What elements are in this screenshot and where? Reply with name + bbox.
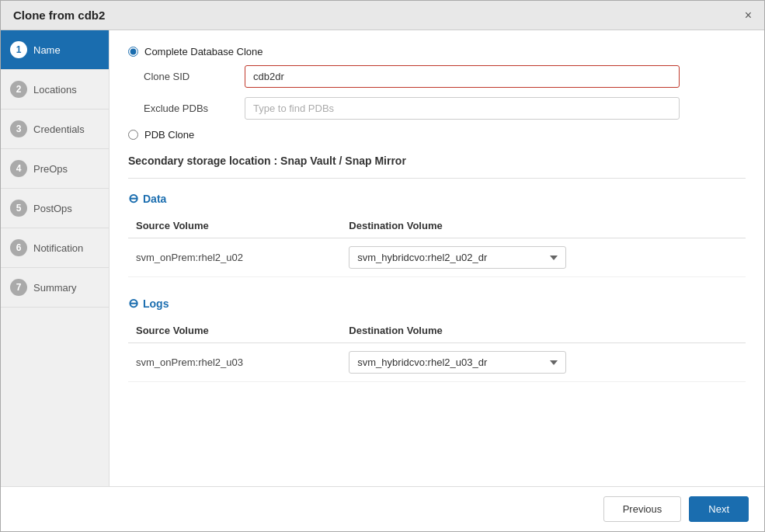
sidebar-label-name: Name xyxy=(33,44,61,56)
dialog-footer: Previous Next xyxy=(1,486,764,531)
step-num-4: 4 xyxy=(10,160,27,177)
clone-type-group: Complete Database Clone Clone SID Exclud… xyxy=(128,46,746,141)
exclude-pdbs-label: Exclude PDBs xyxy=(144,103,245,114)
data-table: Source Volume Destination Volume svm_onP… xyxy=(128,214,746,277)
step-num-7: 7 xyxy=(10,279,27,296)
sidebar-item-summary[interactable]: 7 Summary xyxy=(1,268,109,308)
data-destination-select[interactable]: svm_hybridcvo:rhel2_u02_dr xyxy=(349,246,566,269)
sidebar: 1 Name 2 Locations 3 Credentials 4 PreOp… xyxy=(1,30,110,486)
sidebar-item-preops[interactable]: 4 PreOps xyxy=(1,149,109,189)
logs-table: Source Volume Destination Volume svm_onP… xyxy=(128,318,746,382)
logs-section-label: Logs xyxy=(143,297,169,310)
section-divider xyxy=(128,178,746,179)
sidebar-item-credentials[interactable]: 3 Credentials xyxy=(1,110,109,149)
sidebar-item-notification[interactable]: 6 Notification xyxy=(1,228,109,268)
complete-clone-option[interactable]: Complete Database Clone xyxy=(128,46,746,57)
sidebar-label-locations: Locations xyxy=(33,84,77,96)
pdb-clone-option[interactable]: PDB Clone xyxy=(128,129,746,141)
data-destination-cell: svm_hybridcvo:rhel2_u02_dr xyxy=(341,238,746,277)
clone-sid-input[interactable] xyxy=(245,65,680,88)
step-num-5: 5 xyxy=(10,200,27,217)
sidebar-item-name[interactable]: 1 Name xyxy=(1,30,109,70)
sidebar-label-summary: Summary xyxy=(33,282,77,294)
logs-source-value: svm_onPrem:rhel2_u03 xyxy=(128,343,341,382)
sidebar-item-locations[interactable]: 2 Locations xyxy=(1,70,109,110)
main-content: Complete Database Clone Clone SID Exclud… xyxy=(110,30,764,486)
data-section-label: Data xyxy=(143,193,166,205)
previous-button[interactable]: Previous xyxy=(603,496,682,522)
step-num-1: 1 xyxy=(10,41,27,58)
step-num-6: 6 xyxy=(10,239,27,256)
data-source-value: svm_onPrem:rhel2_u02 xyxy=(128,238,341,277)
close-button[interactable]: × xyxy=(745,9,752,22)
next-button[interactable]: Next xyxy=(689,496,749,522)
logs-destination-select[interactable]: svm_hybridcvo:rhel2_u03_dr xyxy=(349,351,566,374)
dialog-title: Clone from cdb2 xyxy=(13,9,105,22)
logs-table-row: svm_onPrem:rhel2_u03 svm_hybridcvo:rhel2… xyxy=(128,343,746,382)
sidebar-item-postops[interactable]: 5 PostOps xyxy=(1,189,109,228)
step-num-2: 2 xyxy=(10,81,27,98)
sidebar-label-credentials: Credentials xyxy=(33,123,85,135)
dialog-body: 1 Name 2 Locations 3 Credentials 4 PreOp… xyxy=(1,30,764,486)
logs-destination-col-header: Destination Volume xyxy=(341,318,746,343)
data-table-row: svm_onPrem:rhel2_u02 svm_hybridcvo:rhel2… xyxy=(128,238,746,277)
dialog-header: Clone from cdb2 × xyxy=(1,1,764,30)
data-section-header[interactable]: ⊖ Data xyxy=(128,191,746,206)
step-num-3: 3 xyxy=(10,120,27,137)
logs-source-col-header: Source Volume xyxy=(128,318,341,343)
sidebar-label-notification: Notification xyxy=(33,242,83,254)
exclude-pdbs-row: Exclude PDBs xyxy=(144,97,746,120)
pdb-clone-radio[interactable] xyxy=(128,130,138,140)
logs-destination-cell: svm_hybridcvo:rhel2_u03_dr xyxy=(341,343,746,382)
clone-sid-row: Clone SID xyxy=(144,65,746,88)
secondary-storage-title: Secondary storage location : Snap Vault … xyxy=(128,155,746,167)
data-destination-col-header: Destination Volume xyxy=(341,214,746,238)
data-source-col-header: Source Volume xyxy=(128,214,341,238)
exclude-pdbs-input[interactable] xyxy=(245,97,680,120)
clone-dialog: Clone from cdb2 × 1 Name 2 Locations 3 C… xyxy=(0,0,765,532)
data-collapse-icon: ⊖ xyxy=(128,191,138,206)
logs-collapse-icon: ⊖ xyxy=(128,296,138,311)
sidebar-label-preops: PreOps xyxy=(33,163,68,175)
complete-clone-radio[interactable] xyxy=(128,47,138,57)
clone-sid-label: Clone SID xyxy=(144,71,245,82)
sidebar-label-postops: PostOps xyxy=(33,203,72,214)
logs-section-header[interactable]: ⊖ Logs xyxy=(128,296,746,311)
pdb-clone-label: PDB Clone xyxy=(144,129,194,141)
complete-clone-label: Complete Database Clone xyxy=(144,46,263,57)
